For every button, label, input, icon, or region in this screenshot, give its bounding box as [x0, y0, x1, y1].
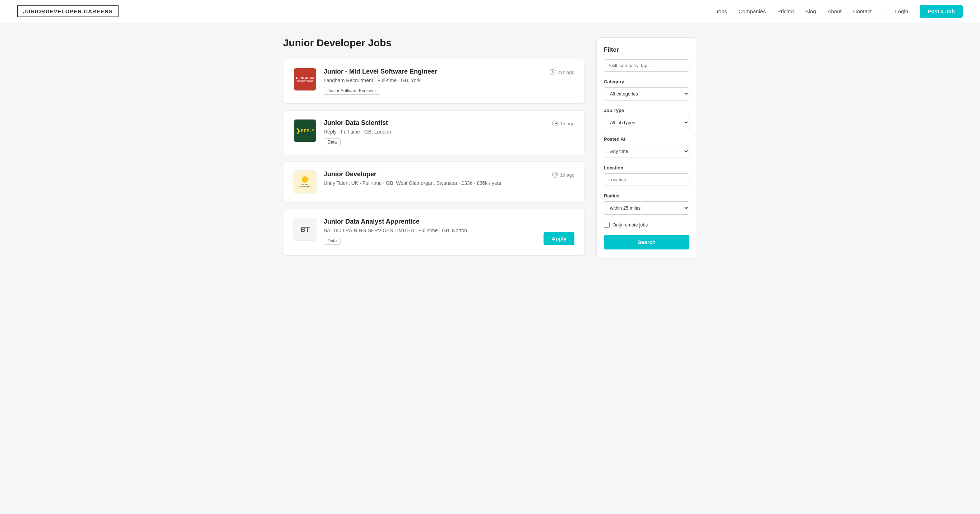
filter-skill-input[interactable]: [604, 59, 689, 72]
nav-jobs[interactable]: Jobs: [716, 8, 727, 14]
nav-pricing[interactable]: Pricing: [777, 8, 794, 14]
filter-jobtype-group: Job Type All job types: [604, 108, 689, 129]
filter-remote-row: Only remote jobs: [604, 222, 689, 228]
job-card[interactable]: LANGHAM RECRUITMENT Junior - Mid Level S…: [283, 59, 585, 104]
talent-logo: TALENTSOLUTIONS: [294, 171, 316, 193]
job-tags: Junior Software Engineer: [324, 87, 574, 95]
job-logo: TALENTSOLUTIONS: [293, 170, 317, 194]
job-info: Junior - Mid Level Software Engineer Lan…: [324, 68, 574, 95]
job-meta: BALTIC TRAINING SERVICES LIMITED · Full-…: [324, 228, 574, 233]
job-logo: LANGHAM RECRUITMENT: [293, 68, 317, 91]
filter-radius-group: Radius within 25 miles within 10 miles w…: [604, 193, 689, 215]
login-link[interactable]: Login: [895, 8, 908, 14]
reply-arrow-icon: ❯: [296, 127, 301, 134]
apply-button[interactable]: Apply: [544, 232, 574, 245]
job-time: 1d ago: [552, 121, 574, 126]
filter-category-label: Category: [604, 79, 689, 84]
job-time: 1d ago: [552, 172, 574, 178]
job-time: 21h ago: [550, 69, 574, 75]
job-tags: Data: [324, 237, 574, 245]
filter-category-group: Category All categories: [604, 79, 689, 100]
job-logo: ❯ REPLY: [293, 119, 317, 142]
nav-divider: [883, 7, 883, 16]
main-nav: Jobs Companies Pricing Blog About Contac…: [716, 5, 963, 18]
filter-skill-group: [604, 59, 689, 72]
filter-remote-checkbox[interactable]: [604, 222, 609, 228]
filter-radius-select[interactable]: within 25 miles within 10 miles within 5…: [604, 201, 689, 215]
nav-blog[interactable]: Blog: [805, 8, 816, 14]
job-info: Junior Data Analyst Apprentice BALTIC TR…: [324, 218, 574, 245]
filter-remote-label[interactable]: Only remote jobs: [612, 222, 648, 228]
clock-icon: [552, 121, 558, 126]
talent-dot-icon: [302, 176, 308, 183]
job-tags: Data: [324, 138, 574, 146]
job-logo: BT: [293, 218, 317, 241]
search-button[interactable]: Search: [604, 235, 689, 249]
job-info: Junior Data Scientist Reply · Full-time …: [324, 119, 574, 146]
filter-location-label: Location: [604, 165, 689, 170]
clock-icon: [552, 172, 558, 178]
job-title: Junior - Mid Level Software Engineer: [324, 68, 574, 75]
filter-postedat-group: Posted At Any time: [604, 136, 689, 158]
filter-title: Filter: [604, 46, 689, 54]
filter-postedat-label: Posted At: [604, 136, 689, 142]
filter-location-input[interactable]: [604, 173, 689, 186]
job-title: Junior Data Analyst Apprentice: [324, 218, 574, 225]
main-layout: Junior Developer Jobs LANGHAM RECRUITMEN…: [274, 37, 706, 262]
job-card[interactable]: ❯ REPLY Junior Data Scientist Reply · Fu…: [283, 110, 585, 155]
post-job-button[interactable]: Post a Job: [920, 5, 963, 18]
header: JUNIORDEVELOPER.CAREERS Jobs Companies P…: [0, 0, 980, 23]
logo-text: JUNIORDEVELOPER: [23, 8, 82, 14]
job-meta: Reply · Full-time · GB, London: [324, 129, 574, 135]
filter-sidebar: Filter Category All categories Job Type …: [597, 37, 697, 259]
filter-jobtype-select[interactable]: All job types: [604, 116, 689, 129]
job-meta: Langham Recruitment · Full-time · GB, Yo…: [324, 78, 574, 83]
job-card[interactable]: TALENTSOLUTIONS Junior Developer Unify T…: [283, 162, 585, 202]
filter-category-select[interactable]: All categories: [604, 87, 689, 100]
logo-bold: .CAREERS: [82, 8, 113, 14]
filter-radius-label: Radius: [604, 193, 689, 198]
job-title: Junior Developer: [324, 170, 574, 178]
nav-contact[interactable]: Contact: [853, 8, 872, 14]
reply-logo: ❯ REPLY: [294, 119, 316, 142]
job-title: Junior Data Scientist: [324, 119, 574, 127]
filter-jobtype-label: Job Type: [604, 108, 689, 113]
job-meta: Unify Talent UK · Full-time · GB, West G…: [324, 180, 574, 186]
nav-companies[interactable]: Companies: [738, 8, 766, 14]
logo[interactable]: JUNIORDEVELOPER.CAREERS: [17, 5, 119, 17]
nav-about[interactable]: About: [828, 8, 842, 14]
filter-postedat-select[interactable]: Any time: [604, 144, 689, 158]
jobs-column: Junior Developer Jobs LANGHAM RECRUITMEN…: [283, 37, 585, 262]
job-tag: Data: [324, 138, 340, 146]
job-card[interactable]: BT Junior Data Analyst Apprentice BALTIC…: [283, 209, 585, 255]
job-tag: Data: [324, 237, 340, 245]
job-info: Junior Developer Unify Talent UK · Full-…: [324, 170, 574, 190]
job-tag: Junior Software Engineer: [324, 87, 380, 95]
page-title: Junior Developer Jobs: [283, 37, 585, 49]
clock-icon: [550, 69, 555, 75]
filter-location-group: Location: [604, 165, 689, 186]
